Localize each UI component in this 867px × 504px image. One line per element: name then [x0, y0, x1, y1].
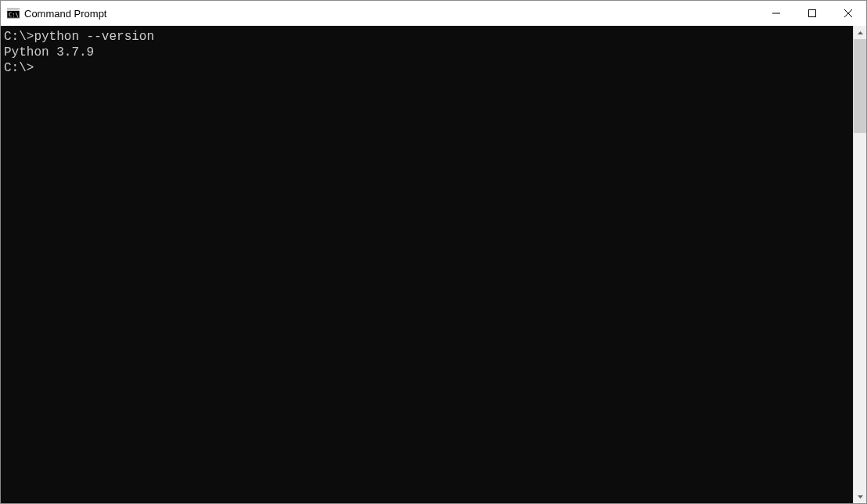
- scroll-down-button[interactable]: [854, 490, 866, 503]
- minimize-button[interactable]: [758, 1, 794, 26]
- chevron-down-icon: [858, 495, 863, 499]
- svg-marker-7: [858, 31, 863, 34]
- command-prompt-window: C:\ Command Prompt C:\>p: [0, 0, 867, 504]
- scroll-up-button[interactable]: [854, 26, 866, 39]
- maximize-button[interactable]: [794, 1, 830, 26]
- scroll-track[interactable]: [854, 39, 866, 490]
- chevron-up-icon: [858, 31, 863, 34]
- content-area: C:\>python --versionPython 3.7.9C:\>: [1, 26, 866, 503]
- svg-text:C:\: C:\: [9, 12, 19, 18]
- svg-marker-8: [858, 495, 863, 499]
- window-controls: [758, 1, 866, 26]
- terminal-line: Python 3.7.9: [4, 45, 853, 60]
- terminal-line: C:\>python --version: [4, 29, 853, 45]
- scroll-thumb[interactable]: [854, 39, 866, 133]
- maximize-icon: [808, 9, 816, 17]
- titlebar[interactable]: C:\ Command Prompt: [1, 1, 866, 26]
- close-icon: [844, 9, 852, 17]
- svg-rect-1: [7, 9, 20, 11]
- close-button[interactable]: [830, 1, 866, 26]
- vertical-scrollbar[interactable]: [853, 26, 866, 503]
- svg-rect-4: [809, 10, 816, 17]
- terminal-line: C:\>: [4, 60, 853, 76]
- window-title: Command Prompt: [24, 8, 758, 20]
- terminal-output[interactable]: C:\>python --versionPython 3.7.9C:\>: [1, 26, 853, 503]
- app-icon: C:\: [7, 7, 20, 20]
- minimize-icon: [772, 9, 780, 17]
